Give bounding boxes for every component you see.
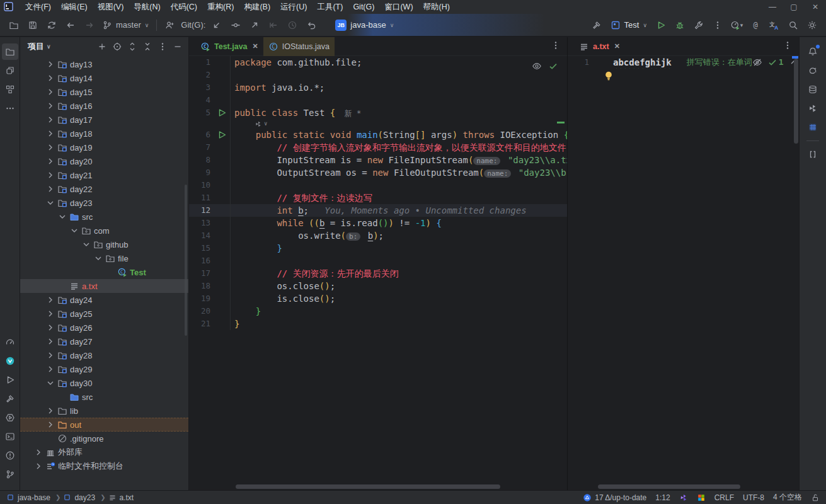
run-config-widget[interactable]: Test∨ [607,17,651,33]
breadcrumb-a.txt[interactable]: a.txt [108,493,134,502]
code-line-5[interactable]: 5public class Test { 新 * [189,106,567,119]
chevron-right-icon[interactable] [43,309,57,319]
history-button[interactable] [284,17,301,33]
intention-bulb-icon[interactable] [603,70,614,81]
tree-item-a.txt[interactable]: a.txt [20,279,188,293]
tree-item-day21[interactable]: day21 [20,168,188,182]
vertical-scrollbar[interactable] [794,59,798,144]
translate-button[interactable]: 文A [766,17,783,33]
menu-代码[interactable]: 代码(C) [166,0,202,14]
notifications-button[interactable] [805,43,821,60]
tree-item-day19[interactable]: day19 [20,140,188,154]
ai-inline-widget[interactable]: ∨ [255,119,267,129]
eye-off-icon[interactable] [752,57,762,67]
locate-button[interactable] [110,40,124,54]
panel-options-button[interactable] [156,40,169,54]
tree-item-day13[interactable]: day13 [20,57,188,71]
code-editor[interactable]: 1package com.github.file;23import java.i… [189,56,567,490]
chevron-down-icon[interactable] [91,253,105,263]
tree-item-外部库[interactable]: 外部库 [20,445,188,459]
menu-重构[interactable]: 重构(R) [202,0,239,14]
ai-chat-button[interactable]: @ [747,17,764,33]
tab-Test.java[interactable]: CTest.java✕ [195,37,263,56]
tree-item-day14[interactable]: day14 [20,71,188,85]
reload-button[interactable] [43,17,60,33]
update-project-button[interactable] [208,17,226,33]
tree-item-day23[interactable]: day23 [20,196,188,210]
run-button[interactable] [652,17,670,33]
chevron-right-icon[interactable] [43,87,57,97]
menu-构建[interactable]: 构建(B) [239,0,275,14]
push-button[interactable] [246,17,263,33]
minimize-button[interactable]: — [762,0,783,14]
tab-options-button[interactable] [783,40,793,52]
search-everywhere-button[interactable] [784,17,802,33]
accounts-button[interactable] [161,17,178,33]
terminal-tool-button[interactable] [2,428,18,445]
tree-item-file[interactable]: file [20,251,188,265]
structure-tool-button[interactable] [2,81,18,98]
chevron-down-icon[interactable] [67,226,81,236]
ai-assistant-button[interactable] [805,62,821,79]
code-line-14[interactable]: 14 os.write(b: b); [189,229,567,242]
horizontal-scrollbar[interactable] [598,484,740,489]
code-line-2[interactable]: 2 [189,69,567,81]
run-gutter-icon[interactable] [213,106,231,119]
tree-item-src[interactable]: src [20,390,188,404]
chevron-down-icon[interactable] [79,239,93,249]
collapse-all-button[interactable] [141,40,154,54]
breadcrumb-day23[interactable]: day23 [63,493,95,502]
encoding[interactable]: UTF-8 [743,493,764,502]
tree-item-day25[interactable]: day25 [20,307,188,321]
horizontal-scrollbar[interactable] [236,484,500,489]
reader-mode-icon[interactable] [532,61,542,71]
tree-item-day24[interactable]: day24 [20,293,188,307]
code-line-17[interactable]: 17 // 关闭资源：先开的最后关闭 [189,267,567,280]
run-gutter-icon[interactable] [213,129,231,141]
tree-item-lib[interactable]: lib [20,404,188,418]
tree-item-day16[interactable]: day16 [20,99,188,113]
chevron-down-icon[interactable] [55,212,69,222]
more-run-button[interactable] [709,17,726,33]
lingma-button[interactable] [805,100,821,117]
code-line-16[interactable]: 16 [189,255,567,267]
tree-item-src[interactable]: src [20,210,188,224]
tree-item-Test[interactable]: CTest [20,265,188,279]
database-button[interactable] [805,81,821,98]
tree-item-day22[interactable]: day22 [20,182,188,196]
indent-config[interactable]: 4 个空格 [773,492,802,503]
menu-视图[interactable]: 视图(V) [93,0,129,14]
tree-item-github[interactable]: github [20,238,188,251]
profiler-button[interactable]: ▾ [728,17,745,33]
problems-tool-button[interactable] [2,447,18,464]
chevron-right-icon[interactable] [43,170,57,180]
project-widget[interactable]: JB java-base ∨ [331,17,398,33]
settings-button[interactable] [803,17,821,33]
tree-item-day17[interactable]: day17 [20,113,188,127]
lingma-status[interactable] [679,493,688,502]
add-button[interactable] [95,40,109,54]
menu-运行[interactable]: 运行(U) [275,0,312,14]
tree-item-out[interactable]: out [20,418,188,432]
chevron-right-icon[interactable] [43,420,57,430]
menu-导航[interactable]: 导航(N) [129,0,165,14]
run-tool-button[interactable] [2,372,18,388]
code-line-13[interactable]: 13 while ((b = is.read()) != -1) { [189,217,567,229]
tree-item-day26[interactable]: day26 [20,321,188,335]
rollback-button[interactable] [302,17,320,33]
project-scrollbar[interactable] [185,185,187,336]
tree-item-day30[interactable]: day30 [20,376,188,390]
close-tab-icon[interactable]: ✕ [253,42,258,50]
save-all-button[interactable] [24,17,42,33]
code-line-20[interactable]: 20 } [189,305,567,318]
code-line-11[interactable]: 11 // 复制文件：边读边写 [189,192,567,204]
back-button[interactable] [62,17,79,33]
translation-plugin-button[interactable] [805,119,821,135]
chevron-right-icon[interactable] [43,59,57,69]
chevron-right-icon[interactable] [43,295,57,305]
chevron-right-icon[interactable] [32,461,45,471]
tree-item-.gitignore[interactable]: .gitignore [20,432,188,445]
chevron-right-icon[interactable] [43,323,57,333]
code-line-6[interactable]: 6 public static void main(String[] args)… [189,129,567,141]
code-line-9[interactable]: 9 OutputStream os = new FileOutputStream… [189,166,567,179]
